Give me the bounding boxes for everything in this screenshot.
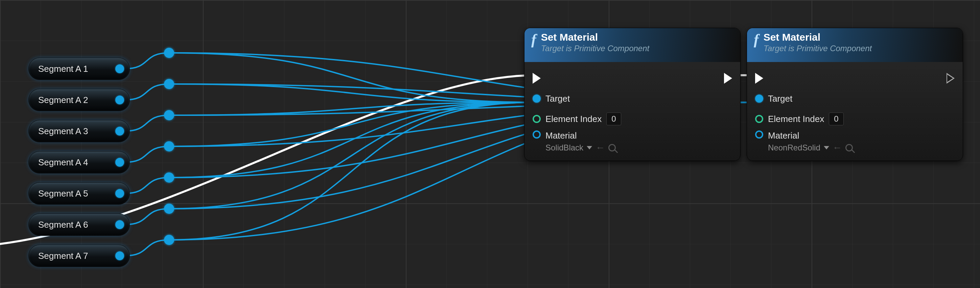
target-label: Target	[546, 93, 570, 104]
chevron-down-icon	[587, 146, 592, 149]
material-picker[interactable]: NeonRedSolid ←	[768, 142, 853, 153]
element-index-value[interactable]: 0	[829, 112, 843, 125]
material-picker[interactable]: SolidBlack ←	[546, 142, 616, 153]
output-pin[interactable]	[115, 189, 124, 198]
variable-label: Segment A 3	[38, 126, 115, 136]
output-pin[interactable]	[115, 127, 124, 136]
material-input-pin[interactable]	[755, 130, 763, 139]
variable-label: Segment A 7	[38, 251, 115, 261]
variable-label: Segment A 4	[38, 157, 115, 168]
variable-label: Segment A 5	[38, 189, 115, 199]
exec-out-pin[interactable]	[947, 73, 955, 84]
reroute-node[interactable]	[164, 141, 174, 152]
variable-get-segment-a-2[interactable]: Segment A 2	[29, 89, 130, 111]
node-set-material-2[interactable]: f Set Material Target is Primitive Compo…	[747, 28, 963, 161]
output-pin[interactable]	[115, 220, 124, 229]
variable-get-segment-a-6[interactable]: Segment A 6	[29, 213, 130, 236]
material-input-pin[interactable]	[533, 130, 541, 139]
variable-label: Segment A 6	[38, 219, 115, 230]
variable-get-segment-a-5[interactable]: Segment A 5	[29, 182, 130, 205]
reroute-node[interactable]	[164, 235, 174, 245]
node-title: Set Material	[541, 32, 650, 43]
exec-in-pin[interactable]	[755, 73, 763, 84]
element-index-label: Element Index	[546, 114, 601, 124]
variable-get-segment-a-7[interactable]: Segment A 7	[29, 245, 130, 267]
node-set-material-1[interactable]: f Set Material Target is Primitive Compo…	[524, 28, 741, 161]
search-icon[interactable]	[608, 144, 616, 152]
element-index-input-pin[interactable]	[755, 115, 763, 123]
function-icon: f	[531, 32, 536, 47]
output-pin[interactable]	[115, 158, 124, 167]
reroute-node[interactable]	[164, 204, 174, 214]
reroute-node[interactable]	[164, 79, 174, 89]
target-input-pin[interactable]	[755, 94, 763, 102]
exec-out-pin[interactable]	[724, 73, 732, 84]
search-icon[interactable]	[845, 144, 853, 152]
material-label: Material	[768, 130, 853, 141]
material-label: Material	[546, 130, 616, 141]
reroute-node[interactable]	[164, 173, 174, 182]
element-index-value[interactable]: 0	[606, 112, 621, 125]
element-index-input-pin[interactable]	[533, 115, 541, 123]
node-subtitle: Target is Primitive Component	[764, 44, 872, 53]
reroute-node[interactable]	[164, 110, 174, 120]
output-pin[interactable]	[115, 64, 124, 73]
target-input-pin[interactable]	[533, 94, 541, 102]
material-value: NeonRedSolid	[768, 143, 820, 152]
back-arrow-icon[interactable]: ←	[832, 142, 842, 153]
target-label: Target	[768, 93, 792, 104]
material-value: SolidBlack	[546, 143, 583, 152]
function-icon: f	[754, 32, 759, 47]
node-title: Set Material	[764, 32, 872, 43]
variable-get-segment-a-1[interactable]: Segment A 1	[29, 58, 130, 80]
exec-in-pin[interactable]	[533, 73, 541, 84]
chevron-down-icon	[824, 146, 829, 149]
element-index-label: Element Index	[768, 114, 824, 124]
node-subtitle: Target is Primitive Component	[541, 44, 650, 53]
variable-get-segment-a-4[interactable]: Segment A 4	[29, 151, 130, 173]
node-header[interactable]: f Set Material Target is Primitive Compo…	[747, 28, 963, 62]
reroute-node[interactable]	[164, 48, 174, 58]
back-arrow-icon[interactable]: ←	[595, 142, 605, 153]
variable-label: Segment A 1	[38, 64, 115, 74]
variable-get-segment-a-3[interactable]: Segment A 3	[29, 120, 130, 142]
output-pin[interactable]	[115, 96, 124, 104]
output-pin[interactable]	[115, 251, 124, 260]
variable-label: Segment A 2	[38, 95, 115, 106]
node-header[interactable]: f Set Material Target is Primitive Compo…	[525, 28, 740, 62]
blueprint-canvas[interactable]: Segment A 1Segment A 2Segment A 3Segment…	[0, 0, 980, 288]
